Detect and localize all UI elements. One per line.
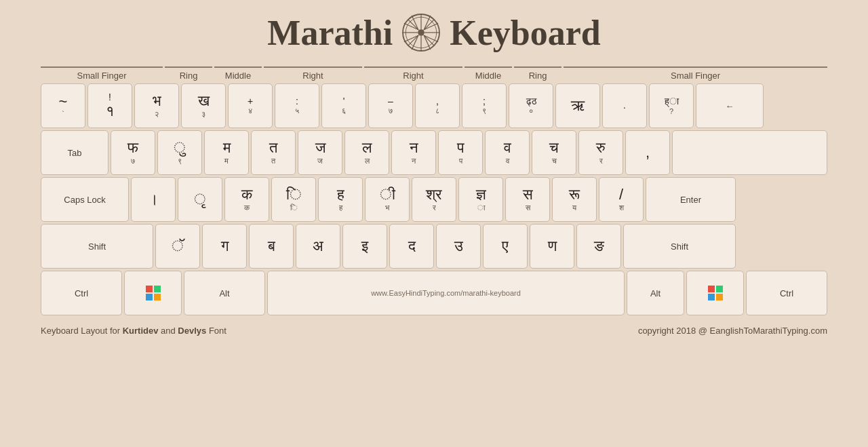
key-comma[interactable]: ए bbox=[483, 224, 528, 269]
key-semicolon[interactable]: रू य bbox=[552, 177, 597, 222]
key-h[interactable]: ी भ bbox=[365, 177, 410, 222]
key-alt-right[interactable]: Alt bbox=[627, 271, 684, 315]
title-part1: Marathi bbox=[267, 13, 393, 53]
key-k[interactable]: ज्ञ ा bbox=[458, 177, 503, 222]
key-c[interactable]: ब bbox=[249, 224, 294, 269]
title-part2: Keyboard bbox=[450, 13, 600, 53]
key-backtick[interactable]: ~ ` bbox=[41, 83, 85, 128]
key-5[interactable]: : ५ bbox=[275, 83, 319, 128]
key-t[interactable]: ज ज bbox=[298, 130, 342, 175]
key-y[interactable]: ल ल bbox=[344, 130, 389, 175]
svg-line-8 bbox=[424, 20, 435, 31]
windows-logo-icon bbox=[146, 286, 161, 300]
key-quote[interactable]: / श bbox=[599, 177, 644, 222]
key-enter[interactable]: Enter bbox=[646, 177, 736, 222]
title-area: Marathi Keyboard bbox=[0, 0, 868, 60]
key-win-right[interactable] bbox=[686, 271, 744, 315]
key-0[interactable]: ढ्ठ ० bbox=[509, 83, 553, 128]
key-6[interactable]: ' ६ bbox=[321, 83, 366, 128]
key-s[interactable]: ृ bbox=[178, 177, 222, 222]
key-ctrl-right[interactable]: Ctrl bbox=[746, 271, 827, 315]
key-backspace[interactable]: ← bbox=[696, 83, 764, 128]
key-9[interactable]: ; ९ bbox=[462, 83, 507, 128]
key-e[interactable]: म म bbox=[204, 130, 249, 175]
key-u[interactable]: न न bbox=[391, 130, 436, 175]
key-3[interactable]: ख ३ bbox=[181, 83, 226, 128]
key-v[interactable]: अ bbox=[296, 224, 340, 269]
finger-labels: Small Finger Ring Middle Right Right Mid… bbox=[41, 66, 827, 81]
key-alt-left[interactable]: Alt bbox=[184, 271, 265, 315]
key-period[interactable]: ण bbox=[530, 224, 574, 269]
keyboard-container: Small Finger Ring Middle Right Right Mid… bbox=[0, 66, 868, 315]
svg-point-1 bbox=[418, 29, 425, 36]
key-r[interactable]: त त bbox=[251, 130, 296, 175]
ashoka-wheel-icon bbox=[401, 12, 441, 53]
key-shift-right[interactable]: Shift bbox=[623, 224, 736, 269]
finger-label-ring-l: Ring bbox=[165, 66, 212, 81]
key-o[interactable]: व व bbox=[485, 130, 530, 175]
key-space[interactable]: www.EasyHindiTyping.com/marathi-keyboard bbox=[267, 271, 625, 315]
font-name-devlys: Devlys bbox=[178, 326, 206, 336]
key-7[interactable]: – ७ bbox=[368, 83, 413, 128]
key-capslock[interactable]: Caps Lock bbox=[41, 177, 129, 222]
key-shift-left[interactable]: Shift bbox=[41, 224, 153, 269]
key-d[interactable]: क क bbox=[224, 177, 269, 222]
svg-line-9 bbox=[408, 35, 419, 46]
row-number: ~ ` ! १ भ २ ख ३ + ४ : ५ ' ६ – ७ bbox=[41, 83, 827, 128]
key-slash[interactable]: ङ bbox=[576, 224, 621, 269]
key-bracket[interactable]: ह्ा ? bbox=[649, 83, 694, 128]
key-w[interactable]: ु ९ bbox=[157, 130, 202, 175]
key-i[interactable]: प प bbox=[438, 130, 483, 175]
key-ctrl-left[interactable]: Ctrl bbox=[41, 271, 122, 315]
finger-label-right-r: Right bbox=[364, 66, 462, 81]
key-n[interactable]: द bbox=[389, 224, 434, 269]
key-l[interactable]: स स bbox=[505, 177, 550, 222]
finger-label-small-finger-l: Small Finger bbox=[41, 66, 163, 81]
finger-label-right-l: Right bbox=[264, 66, 362, 81]
key-b[interactable]: इ bbox=[342, 224, 387, 269]
key-g[interactable]: ह ह bbox=[318, 177, 363, 222]
key-z[interactable]: ॅ bbox=[155, 224, 200, 269]
svg-line-6 bbox=[408, 20, 419, 31]
key-equals[interactable]: . bbox=[602, 83, 647, 128]
key-1[interactable]: ! १ bbox=[87, 83, 132, 128]
row-bottom: Ctrl Alt www.EasyHindiTyping.com/marathi… bbox=[41, 271, 827, 315]
key-x[interactable]: ग bbox=[202, 224, 247, 269]
finger-label-small-finger-r: Small Finger bbox=[564, 66, 827, 81]
key-win-left[interactable] bbox=[124, 271, 182, 315]
windows-logo-right-icon bbox=[708, 286, 723, 300]
key-backslash[interactable] bbox=[672, 130, 827, 175]
key-close-bracket[interactable]: , bbox=[625, 130, 670, 175]
key-8[interactable]: , ८ bbox=[415, 83, 460, 128]
key-a[interactable]: । bbox=[131, 177, 176, 222]
key-tab[interactable]: Tab bbox=[41, 130, 108, 175]
row-tab: Tab फ ७ ु ९ म म त त ज ज ल ल न न bbox=[41, 130, 827, 175]
key-f[interactable]: ि ि bbox=[271, 177, 316, 222]
key-j[interactable]: श्र र bbox=[412, 177, 456, 222]
key-m[interactable]: उ bbox=[436, 224, 481, 269]
font-name-kurtidev: Kurtidev bbox=[123, 326, 159, 336]
key-q[interactable]: फ ७ bbox=[111, 130, 155, 175]
finger-label-ring-r: Ring bbox=[514, 66, 561, 81]
svg-line-7 bbox=[424, 35, 435, 46]
row-shift: Shift ॅ ग ब अ इ द उ ए ण ङ bbox=[41, 224, 827, 269]
footer: Keyboard Layout for Kurtidev and Devlys … bbox=[0, 317, 868, 336]
key-open-bracket[interactable]: रु र bbox=[578, 130, 623, 175]
key-2[interactable]: भ २ bbox=[134, 83, 179, 128]
row-caps: Caps Lock । ृ क क ि ि ह ह ी भ श्र र bbox=[41, 177, 827, 222]
finger-label-middle-r: Middle bbox=[465, 66, 512, 81]
footer-right: copyright 2018 @ EanglishToMarathiTyping… bbox=[638, 326, 827, 336]
finger-label-middle-l: Middle bbox=[214, 66, 262, 81]
footer-left: Keyboard Layout for Kurtidev and Devlys … bbox=[41, 326, 226, 336]
key-minus[interactable]: ऋ bbox=[555, 83, 600, 128]
key-4[interactable]: + ४ bbox=[228, 83, 273, 128]
key-p[interactable]: च च bbox=[532, 130, 576, 175]
